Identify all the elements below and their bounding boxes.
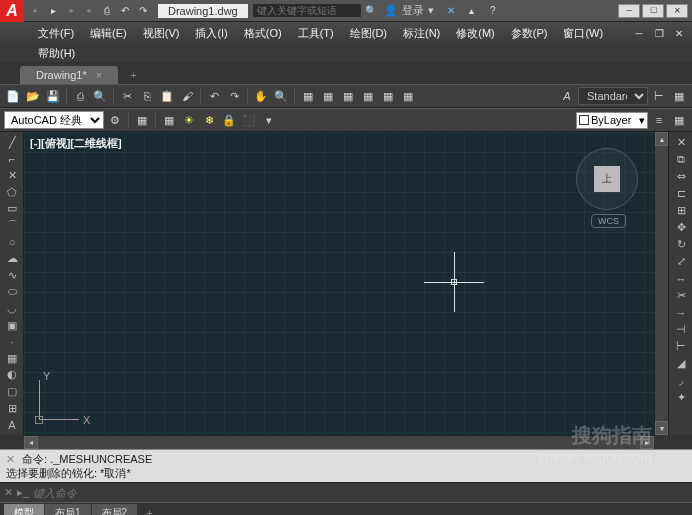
qat-print-icon[interactable]: ⎙ [99,3,115,19]
scroll-up-icon[interactable]: ▴ [655,132,668,146]
tab-close-icon[interactable]: × [96,69,102,81]
polyline-tool[interactable]: ⌐ [1,151,23,168]
layer-state-icon[interactable]: ☀ [180,111,198,129]
revcloud-tool[interactable]: ☁ [1,250,23,267]
menu-file[interactable]: 文件(F) [30,24,82,43]
new-icon[interactable]: 📄 [4,87,22,105]
qat-saveas-icon[interactable]: ▫ [81,3,97,19]
viewport-label[interactable]: [-][俯视][二维线框] [30,136,122,151]
fillet-tool[interactable]: ◞ [670,372,692,389]
markup-icon[interactable]: ▦ [379,87,397,105]
exchange-icon[interactable]: ✕ [443,3,459,19]
redo-icon[interactable]: ↷ [225,87,243,105]
table-tool[interactable]: ⊞ [1,400,23,417]
extend-tool[interactable]: → [670,304,692,321]
new-tab-button[interactable]: + [122,66,144,84]
cut-icon[interactable]: ✂ [118,87,136,105]
arc-tool[interactable]: ⌒ [1,217,23,234]
pan-icon[interactable]: ✋ [252,87,270,105]
qat-save-icon[interactable]: ▫ [63,3,79,19]
scroll-left-icon[interactable]: ◂ [24,436,38,449]
text-style-icon[interactable]: A [558,87,576,105]
menu-param[interactable]: 参数(P) [503,24,556,43]
sheets-icon[interactable]: ▦ [359,87,377,105]
add-layout-button[interactable]: + [138,505,160,516]
offset-tool[interactable]: ⊏ [670,185,692,202]
table-style-icon[interactable]: ▦ [670,87,688,105]
menu-window[interactable]: 窗口(W) [555,24,611,43]
menu-draw[interactable]: 绘图(D) [342,24,395,43]
calc-icon[interactable]: ▦ [399,87,417,105]
chamfer-tool[interactable]: ◢ [670,355,692,372]
minimize-button[interactable]: ─ [618,4,640,18]
scale-tool[interactable]: ⤢ [670,253,692,270]
qat-redo-icon[interactable]: ↷ [135,3,151,19]
paste-icon[interactable]: 📋 [158,87,176,105]
search-icon[interactable]: 🔍 [363,3,379,19]
zoom-icon[interactable]: 🔍 [272,87,290,105]
menu-view[interactable]: 视图(V) [135,24,188,43]
menu-edit[interactable]: 编辑(E) [82,24,135,43]
app-logo[interactable]: A [0,0,24,22]
workspace-select[interactable]: AutoCAD 经典 [4,111,104,129]
login-dropdown-icon[interactable]: ▾ [428,4,434,17]
xline-tool[interactable]: ✕ [1,167,23,184]
dim-style-icon[interactable]: ⊢ [650,87,668,105]
circle-tool[interactable]: ○ [1,234,23,251]
point-tool[interactable]: · [1,333,23,350]
rotate-tool[interactable]: ↻ [670,236,692,253]
viewcube-top-face[interactable]: 上 [594,166,620,192]
undo-icon[interactable]: ↶ [205,87,223,105]
doc-restore-icon[interactable]: ❐ [651,25,667,41]
explode-tool[interactable]: ✦ [670,389,692,406]
scroll-down-icon[interactable]: ▾ [655,421,668,435]
move-tool[interactable]: ✥ [670,219,692,236]
viewcube[interactable]: 上 [576,148,638,210]
menu-format[interactable]: 格式(O) [236,24,290,43]
region-tool[interactable]: ▢ [1,383,23,400]
search-input[interactable] [252,3,362,18]
horizontal-scrollbar[interactable]: ◂ ▸ [24,435,654,449]
maximize-button[interactable]: ☐ [642,4,664,18]
props-icon[interactable]: ▦ [299,87,317,105]
mirror-tool[interactable]: ⇔ [670,168,692,185]
layout1-tab[interactable]: 布局1 [45,504,91,516]
copy-tool[interactable]: ⧉ [670,151,692,168]
gradient-tool[interactable]: ◐ [1,367,23,384]
close-button[interactable]: ✕ [666,4,688,18]
hatch-tool[interactable]: ▦ [1,350,23,367]
join-tool[interactable]: ⊢ [670,338,692,355]
drawing-canvas[interactable]: [-][俯视][二维线框] 上 WCS Y X [24,132,654,435]
array-tool[interactable]: ⊞ [670,202,692,219]
print-icon[interactable]: ⎙ [71,87,89,105]
preview-icon[interactable]: 🔍 [91,87,109,105]
cmd-close-icon[interactable]: ✕ [4,486,13,499]
doc-minimize-icon[interactable]: ─ [631,25,647,41]
scroll-right-icon[interactable]: ▸ [640,436,654,449]
qat-new-icon[interactable]: ▫ [27,3,43,19]
layer-lock-icon[interactable]: 🔒 [220,111,238,129]
layout2-tab[interactable]: 布局2 [92,504,138,516]
model-tab[interactable]: 模型 [4,504,44,516]
rectangle-tool[interactable]: ▭ [1,200,23,217]
layer-freeze-icon[interactable]: ❄ [200,111,218,129]
copy-icon[interactable]: ⎘ [138,87,156,105]
color-select[interactable]: ByLayer▾ [576,112,648,129]
menu-insert[interactable]: 插入(I) [187,24,235,43]
qat-undo-icon[interactable]: ↶ [117,3,133,19]
login-link[interactable]: 登录 [402,3,424,18]
user-icon[interactable]: 👤 [384,4,398,17]
toolpal-icon[interactable]: ▦ [339,87,357,105]
ws-extra-icon[interactable]: ▦ [133,111,151,129]
menu-tools[interactable]: 工具(T) [290,24,342,43]
ws-settings-icon[interactable]: ⚙ [106,111,124,129]
ellipse-arc-tool[interactable]: ◡ [1,300,23,317]
layer-props-icon[interactable]: ▦ [160,111,178,129]
wcs-badge[interactable]: WCS [591,214,626,228]
ellipse-tool[interactable]: ⬭ [1,283,23,300]
open-icon[interactable]: 📂 [24,87,42,105]
help-icon[interactable]: ? [485,3,501,19]
a360-icon[interactable]: ▴ [464,3,480,19]
match-icon[interactable]: 🖌 [178,87,196,105]
layer-color-icon[interactable]: ⬛ [240,111,258,129]
